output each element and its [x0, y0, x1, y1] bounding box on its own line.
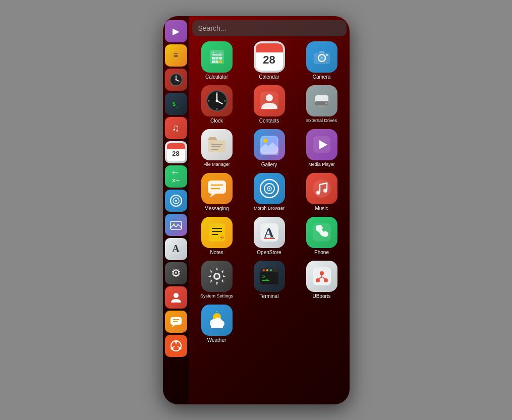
phone-label: Phone: [314, 250, 329, 256]
contacts-icon: [254, 85, 285, 116]
svg-rect-28: [212, 61, 215, 63]
sidebar-item-clock[interactable]: [165, 69, 187, 91]
app-media-player[interactable]: Media Player: [297, 129, 347, 168]
openstore-icon: A: [254, 217, 285, 248]
sidebar-item-contacts[interactable]: [165, 286, 187, 309]
sidebar-item-ubuntu[interactable]: [165, 335, 187, 357]
svg-text:>_: >_: [262, 274, 269, 280]
app-calculator[interactable]: + = Calculator: [192, 41, 242, 80]
search-bar[interactable]: Search...: [192, 20, 347, 36]
sidebar-item-media-player[interactable]: ▶: [165, 20, 187, 42]
svg-rect-29: [215, 61, 218, 63]
phone-frame: ▶ ≡ $_ ♫ 28: [163, 16, 350, 404]
svg-rect-25: [212, 57, 215, 59]
svg-point-38: [215, 99, 218, 102]
music-icon: [306, 173, 337, 204]
sidebar-item-calendar[interactable]: 28: [165, 141, 187, 163]
svg-point-44: [266, 94, 273, 101]
svg-text:+: +: [212, 50, 215, 55]
search-placeholder: Search...: [198, 24, 226, 32]
ubuntu-icon: [169, 339, 183, 353]
svg-point-49: [325, 102, 327, 104]
svg-point-9: [174, 293, 179, 298]
notes-icon: [201, 217, 233, 248]
notes-label: Notes: [210, 250, 223, 256]
sidebar-item-messaging[interactable]: [165, 311, 187, 333]
calendar-label: Calendar: [259, 74, 279, 80]
app-gallery[interactable]: Gallery: [245, 129, 294, 168]
svg-rect-45: [273, 94, 275, 100]
contacts-icon: [169, 290, 183, 305]
app-clock[interactable]: Clock: [192, 85, 242, 124]
messaging-label: Messaging: [204, 206, 229, 212]
svg-point-33: [320, 56, 323, 59]
svg-rect-27: [219, 57, 222, 59]
svg-line-19: [178, 346, 180, 347]
settings-icon: ⚙: [171, 267, 181, 280]
external-drives-icon: [306, 85, 337, 116]
app-notes[interactable]: Notes: [192, 217, 242, 256]
sidebar-item-terminal[interactable]: $_: [165, 93, 187, 115]
gallery-app-icon: [254, 129, 285, 160]
svg-rect-101: [211, 324, 223, 328]
sidebar: ▶ ≡ $_ ♫ 28: [163, 16, 189, 404]
svg-point-42: [224, 100, 225, 101]
clock-icon: [169, 73, 183, 87]
svg-point-67: [268, 188, 270, 189]
svg-point-68: [313, 179, 331, 198]
calculator-label: Calculator: [205, 74, 228, 80]
ubports-icon: [306, 261, 337, 292]
play-icon: ▶: [173, 26, 180, 37]
media-player-icon: [306, 129, 337, 160]
openstore-icon: A: [172, 243, 179, 255]
openstore-label: OpenStore: [257, 250, 281, 256]
app-contacts[interactable]: Contacts: [245, 85, 294, 124]
system-settings-icon: [201, 261, 233, 292]
app-system-settings[interactable]: System Settings: [192, 261, 242, 299]
svg-point-3: [175, 79, 177, 80]
clock-app-icon: [201, 85, 233, 116]
app-calendar[interactable]: 28 Calendar: [245, 41, 294, 80]
svg-rect-50: [318, 105, 325, 107]
calculator-icon: +-×÷: [172, 168, 180, 185]
svg-point-82: [215, 274, 219, 278]
svg-marker-11: [172, 325, 176, 327]
file-manager-icon: [201, 129, 233, 160]
terminal-label: Terminal: [260, 293, 279, 299]
sidebar-item-gallery[interactable]: [165, 214, 187, 236]
sidebar-item-morph[interactable]: [165, 190, 187, 212]
calculator-icon: + =: [201, 41, 233, 73]
app-weather[interactable]: Weather: [192, 305, 242, 343]
app-ubports[interactable]: UBports: [297, 261, 347, 299]
app-phone[interactable]: Phone: [297, 217, 347, 256]
app-camera[interactable]: Camera: [297, 41, 347, 80]
sidebar-item-calculator[interactable]: +-×÷: [165, 165, 187, 188]
app-music[interactable]: Music: [297, 173, 347, 212]
terminal-icon: $_: [172, 100, 179, 107]
svg-rect-51: [208, 140, 225, 152]
system-settings-label: System Settings: [200, 293, 233, 299]
svg-marker-61: [210, 194, 216, 198]
svg-point-41: [208, 100, 209, 101]
calendar-app-icon: 28: [254, 41, 285, 73]
svg-point-40: [216, 108, 217, 109]
media-player-label: Media Player: [308, 162, 335, 167]
app-morph-browser[interactable]: Morph Browser: [245, 173, 294, 212]
sidebar-item-settings[interactable]: ⚙: [165, 262, 187, 284]
camera-label: Camera: [313, 74, 331, 80]
svg-line-20: [173, 346, 175, 347]
app-terminal[interactable]: >_ Terminal: [245, 261, 294, 299]
sidebar-item-openstore[interactable]: A: [165, 238, 187, 260]
messaging-icon: [169, 315, 183, 329]
app-openstore[interactable]: A OpenStore: [245, 217, 294, 256]
app-external-drives[interactable]: External Drives: [297, 85, 347, 124]
app-messaging[interactable]: Messaging: [192, 173, 242, 212]
app-file-manager[interactable]: File Manager: [192, 129, 242, 168]
external-drives-label: External Drives: [306, 118, 337, 124]
sidebar-item-notes[interactable]: ≡: [165, 44, 187, 67]
svg-point-34: [326, 54, 328, 56]
svg-point-87: [270, 269, 272, 271]
file-manager-label: File Manager: [203, 162, 230, 167]
sidebar-item-music[interactable]: ♫: [165, 117, 187, 139]
ubports-label: UBports: [312, 293, 330, 299]
